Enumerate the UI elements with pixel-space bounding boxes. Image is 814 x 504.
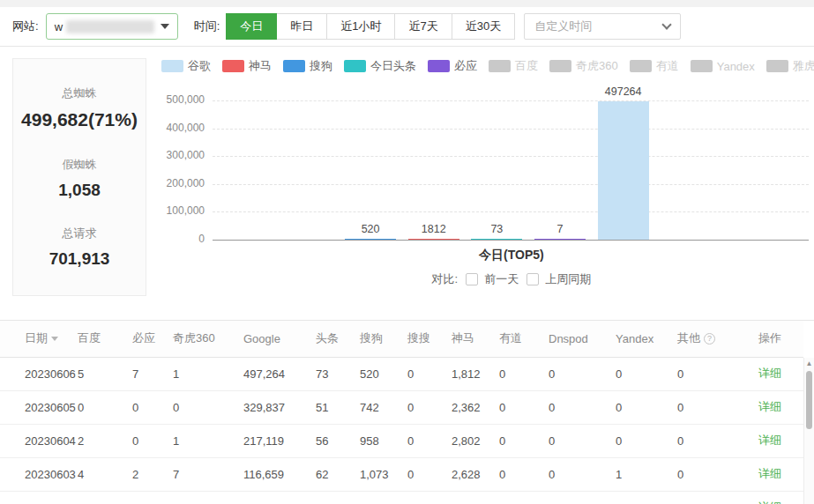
cell-value: 40 <box>316 491 360 504</box>
site-dropdown[interactable]: w <box>46 13 178 40</box>
column-header-date[interactable]: 日期 <box>0 321 78 357</box>
legend-item[interactable]: 谷歌 <box>161 58 211 74</box>
cell-value: 0 <box>499 357 549 390</box>
column-header-dnspod: Dnspod <box>549 321 616 357</box>
cell-value: 0 <box>132 390 173 424</box>
cell-value: 1,073 <box>360 457 407 491</box>
legend-item[interactable]: 搜狗 <box>283 58 332 74</box>
checkbox-icon[interactable] <box>526 273 539 285</box>
legend-item[interactable]: 奇虎360 <box>549 58 618 74</box>
legend-item[interactable]: 百度 <box>489 58 538 74</box>
gridline <box>213 211 809 212</box>
cell-value: 2 <box>78 424 132 457</box>
detail-link[interactable]: 详细 <box>758 500 781 504</box>
cell-value: 3 <box>173 491 243 504</box>
scrollbar-up-arrow-icon[interactable]: ▲ <box>804 358 814 369</box>
legend-item[interactable]: 神马 <box>222 58 272 74</box>
column-header-sogou: 搜狗 <box>360 321 407 357</box>
cell-value: 62 <box>316 457 360 491</box>
custom-time-select[interactable]: 自定义时间 <box>524 13 681 40</box>
legend-item[interactable]: 有道 <box>630 58 679 74</box>
y-axis-tick: 200,000 <box>152 177 205 189</box>
bar-value-label: 7 <box>525 223 595 235</box>
cell-action: 详细 <box>758 357 803 390</box>
table-row: 20230604201217,1195695802,8020000详细 <box>0 424 803 457</box>
time-range-button[interactable]: 今日 <box>226 13 277 40</box>
cell-action: 详细 <box>758 491 803 504</box>
cell-value: 7 <box>173 457 243 491</box>
compare-option-label: 前一天 <box>484 271 519 287</box>
cell-value: 0 <box>677 357 758 390</box>
cell-value: 0 <box>407 491 452 504</box>
cell-value: 116,659 <box>243 457 316 491</box>
compare-row: 对比: 前一天 上周同期 <box>207 271 814 287</box>
cell-value: 0 <box>616 390 677 424</box>
detail-link[interactable]: 详细 <box>758 400 781 413</box>
help-icon[interactable]: ? <box>704 333 715 345</box>
stat-block: 假蜘蛛 1,058 <box>13 157 146 200</box>
cell-value: 1,812 <box>452 357 499 390</box>
cell-value: 0 <box>499 457 549 491</box>
time-range-button[interactable]: 近7天 <box>394 13 452 40</box>
detail-link[interactable]: 详细 <box>758 434 781 447</box>
cell-value: 1 <box>173 424 243 457</box>
column-header-qihu360: 奇虎360 <box>173 321 243 357</box>
legend-item[interactable]: 雅虎 <box>766 58 814 74</box>
cell-value: 110,279 <box>243 491 316 504</box>
sort-icon[interactable] <box>51 337 58 341</box>
legend-item[interactable]: 今日头条 <box>344 58 416 74</box>
table-header-row: 日期 百度 必应 奇虎360 Google 头条 搜狗 搜搜 神马 有道 Dns… <box>0 321 803 357</box>
compare-option[interactable]: 前一天 <box>466 271 519 287</box>
cell-value: 329,837 <box>243 390 316 424</box>
time-range-button[interactable]: 近1小时 <box>326 13 395 40</box>
gridline <box>213 240 809 241</box>
bar-谷歌 <box>598 101 649 240</box>
stat-block: 总蜘蛛 499,682(71%) <box>13 85 146 130</box>
cell-value: 217,119 <box>243 424 316 457</box>
legend-swatch-icon <box>691 60 713 72</box>
cell-value: 0 <box>407 390 452 424</box>
time-range-buttons: 今日昨日近1小时近7天近30天 <box>227 13 515 40</box>
stat-value: 499,682(71%) <box>13 109 146 130</box>
legend-label: 百度 <box>515 58 538 74</box>
time-range-button-label: 今日 <box>240 19 263 33</box>
cell-value: 0 <box>499 491 549 504</box>
legend-item[interactable]: Yandex <box>691 60 755 73</box>
cell-value: 6 <box>78 491 132 504</box>
legend-swatch-icon <box>222 60 244 72</box>
stat-label: 总蜘蛛 <box>13 85 146 101</box>
legend-swatch-icon <box>283 60 305 72</box>
compare-option-label: 上周同期 <box>545 271 591 287</box>
column-header-yandex: Yandex <box>616 321 677 357</box>
cell-value: 0 <box>173 390 243 424</box>
table-scrollbar[interactable]: ▲ <box>803 358 814 504</box>
legend-label: 谷歌 <box>188 58 211 74</box>
detail-link[interactable]: 详细 <box>758 367 781 380</box>
cell-value: 0 <box>499 424 549 457</box>
gridline <box>213 129 809 130</box>
site-value: w <box>55 20 63 33</box>
cell-action: 详细 <box>758 424 803 457</box>
checkbox-icon[interactable] <box>466 273 478 285</box>
time-range-button-label: 昨日 <box>290 19 313 33</box>
stat-label: 总请求 <box>13 226 146 241</box>
column-header-baidu: 百度 <box>78 321 132 357</box>
time-range-button[interactable]: 昨日 <box>276 13 327 40</box>
cell-value: 742 <box>360 390 407 424</box>
cell-value: 0 <box>616 357 677 390</box>
detail-link[interactable]: 详细 <box>758 467 781 480</box>
stat-label: 假蜘蛛 <box>13 157 146 173</box>
cell-date: 20230602 <box>0 491 78 504</box>
cell-value: 0 <box>407 457 452 491</box>
time-range-button[interactable]: 近30天 <box>452 13 515 40</box>
scrollbar-thumb[interactable] <box>806 371 812 429</box>
legend-item[interactable]: 必应 <box>428 58 477 74</box>
cell-value: 6 <box>132 491 173 504</box>
cell-value: 0 <box>677 491 758 504</box>
column-header-toutiao: 头条 <box>316 321 360 357</box>
legend-label: 今日头条 <box>370 58 416 74</box>
cell-value: 51 <box>316 390 360 424</box>
compare-option[interactable]: 上周同期 <box>526 271 591 287</box>
cell-value: 2,362 <box>452 390 499 424</box>
cell-value: 0 <box>78 390 132 424</box>
